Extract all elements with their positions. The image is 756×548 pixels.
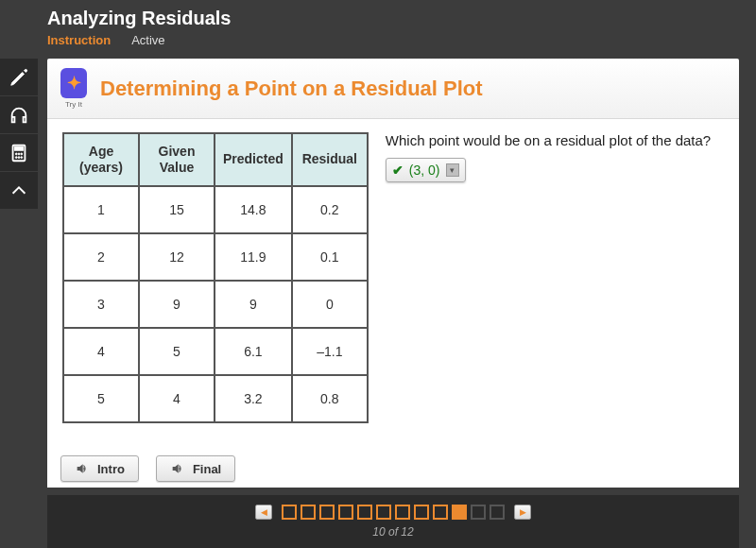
tryit-icon: ✦	[60, 68, 87, 98]
check-icon: ✔	[392, 163, 404, 178]
page-10[interactable]	[452, 505, 467, 520]
residuals-table: Age (years) Given Value Predicted Residu…	[62, 132, 369, 423]
page-4[interactable]	[338, 505, 353, 520]
tryit-label: Try It	[65, 100, 82, 109]
app-root: Analyzing Residuals Instruction Active ✦…	[0, 0, 756, 548]
svg-rect-1	[14, 146, 23, 150]
intro-audio-button[interactable]: Intro	[60, 455, 139, 482]
lesson-title: Analyzing Residuals	[47, 8, 756, 29]
calculator-tool[interactable]	[0, 134, 38, 172]
pager-label: 10 of 12	[372, 525, 413, 539]
content-panel: ✦ Try It Determining a Point on a Residu…	[47, 59, 739, 491]
svg-point-3	[18, 153, 20, 155]
page-7[interactable]	[395, 505, 410, 520]
table-row: 3 9 9 0	[63, 281, 368, 328]
question-text: Which point would be on a residual plot …	[386, 132, 724, 148]
col-predicted: Predicted	[215, 133, 292, 186]
panel-body: Age (years) Given Value Predicted Residu…	[47, 119, 739, 488]
page-11[interactable]	[471, 505, 486, 520]
svg-point-7	[21, 156, 23, 158]
speaker-icon	[75, 461, 90, 476]
col-given: Given Value	[139, 133, 215, 186]
audio-controls: Intro Final	[60, 455, 235, 482]
panel-title: Determining a Point on a Residual Plot	[100, 77, 483, 101]
svg-point-6	[18, 156, 20, 158]
pager-row: ◀ ▶	[249, 505, 537, 520]
svg-point-4	[21, 153, 23, 155]
page-1[interactable]	[282, 505, 297, 520]
audio-tool[interactable]	[0, 96, 38, 134]
tryit-badge-group: ✦ Try It	[60, 68, 87, 109]
page-8[interactable]	[414, 505, 429, 520]
header: Analyzing Residuals Instruction Active	[0, 0, 756, 53]
col-age: Age (years)	[63, 133, 139, 186]
table-row: 1 15 14.8 0.2	[63, 186, 368, 233]
col-residual: Residual	[292, 133, 368, 186]
speaker-icon	[170, 461, 185, 476]
headphones-icon	[9, 105, 29, 126]
svg-point-5	[15, 156, 17, 158]
page-12[interactable]	[490, 505, 505, 520]
tool-sidebar	[0, 59, 38, 210]
pager: ◀ ▶ 10 of 12	[47, 495, 739, 548]
svg-point-2	[15, 153, 17, 155]
collapse-tool[interactable]	[0, 172, 38, 210]
page-3[interactable]	[319, 505, 335, 520]
calculator-icon	[9, 143, 29, 163]
question-area: Which point would be on a residual plot …	[386, 132, 724, 182]
page-9[interactable]	[433, 505, 448, 520]
intro-label: Intro	[97, 462, 125, 476]
table-row: 2 12 11.9 0.1	[63, 233, 368, 281]
panel-header: ✦ Try It Determining a Point on a Residu…	[47, 59, 739, 119]
answer-dropdown[interactable]: ✔ (3, 0) ▾	[386, 158, 466, 182]
table-header-row: Age (years) Given Value Predicted Residu…	[63, 133, 368, 186]
header-tabs: Instruction Active	[47, 33, 756, 47]
page-6[interactable]	[376, 505, 391, 520]
pencil-tool[interactable]	[0, 59, 38, 96]
pencil-icon	[9, 67, 29, 88]
tab-active[interactable]: Active	[131, 33, 164, 47]
prev-page-button[interactable]: ◀	[255, 505, 272, 520]
table-row: 5 4 3.2 0.8	[63, 375, 368, 422]
page-2[interactable]	[301, 505, 316, 520]
final-label: Final	[193, 462, 221, 476]
chevron-down-icon: ▾	[446, 163, 459, 177]
page-5[interactable]	[357, 505, 372, 520]
answer-value: (3, 0)	[409, 163, 440, 178]
chevron-up-icon	[9, 180, 29, 201]
next-page-button[interactable]: ▶	[514, 505, 531, 520]
table-row: 4 5 6.1 –1.1	[63, 328, 368, 375]
final-audio-button[interactable]: Final	[156, 455, 235, 482]
tab-instruction[interactable]: Instruction	[47, 33, 111, 47]
